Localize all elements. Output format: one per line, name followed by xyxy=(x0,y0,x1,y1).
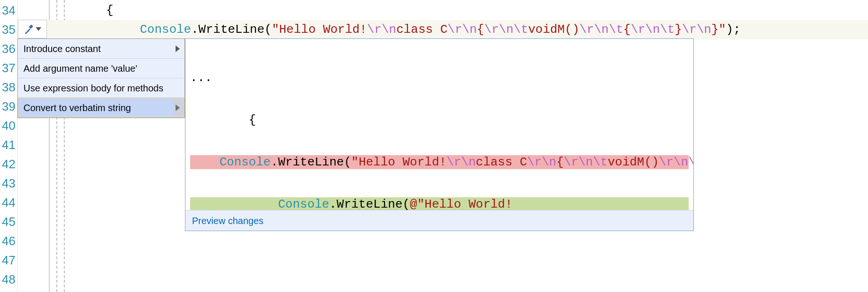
line-number: 47 xyxy=(0,251,17,270)
quick-actions-button[interactable] xyxy=(18,20,47,38)
line-number: 48 xyxy=(0,270,17,289)
chevron-right-icon xyxy=(176,105,180,111)
line-number: 44 xyxy=(0,193,17,212)
line-number: 45 xyxy=(0,212,17,232)
diff-line-added: Console.WriteLine(@"Hello World! xyxy=(190,197,689,210)
line-number: 36 xyxy=(0,39,17,59)
preview-changes-link[interactable]: Preview changes xyxy=(192,216,263,226)
line-number: 35 xyxy=(0,20,17,39)
code-line: { xyxy=(18,1,868,20)
line-number: 38 xyxy=(0,78,17,97)
code-editor[interactable]: { Console.WriteLine("Hello World!\r\ncla… xyxy=(18,0,868,292)
menu-label: Introduce constant xyxy=(23,44,101,54)
menu-item-convert-to-verbatim-string[interactable]: Convert to verbatim string xyxy=(18,98,184,118)
line-number-gutter: 34 35 36 37 38 39 40 41 42 43 44 45 46 4… xyxy=(0,0,18,292)
line-number: 39 xyxy=(0,97,17,116)
menu-label: Use expression body for methods xyxy=(23,83,163,93)
quick-actions-menu: Introduce constant Add argument name 'va… xyxy=(17,38,185,118)
preview-diff: ... { Console.WriteLine("Hello World!\r\… xyxy=(185,39,693,210)
menu-label: Convert to verbatim string xyxy=(23,103,131,113)
diff-line: ... xyxy=(190,71,689,85)
diff-line: { xyxy=(190,113,689,127)
line-number: 46 xyxy=(0,232,17,251)
line-number: 37 xyxy=(0,59,17,78)
menu-item-add-argument-name[interactable]: Add argument name 'value' xyxy=(18,59,184,78)
line-number: 40 xyxy=(0,116,17,135)
menu-label: Add argument name 'value' xyxy=(23,63,137,74)
preview-footer: Preview changes xyxy=(185,210,693,231)
chevron-down-icon xyxy=(36,27,41,31)
preview-panel: ... { Console.WriteLine("Hello World!\r\… xyxy=(185,38,694,231)
line-number: 43 xyxy=(0,174,17,193)
diff-line-removed: Console.WriteLine("Hello World!\r\nclass… xyxy=(190,155,689,169)
screwdriver-icon xyxy=(23,23,34,35)
chevron-right-icon xyxy=(176,45,180,52)
line-number: 41 xyxy=(0,135,17,155)
line-number: 42 xyxy=(0,155,17,174)
line-number: 34 xyxy=(0,1,17,20)
menu-item-introduce-constant[interactable]: Introduce constant xyxy=(18,39,184,59)
menu-item-use-expression-body[interactable]: Use expression body for methods xyxy=(18,78,184,98)
code-line: Console.WriteLine("Hello World!\r\nclass… xyxy=(18,20,868,39)
svg-rect-0 xyxy=(29,24,33,29)
